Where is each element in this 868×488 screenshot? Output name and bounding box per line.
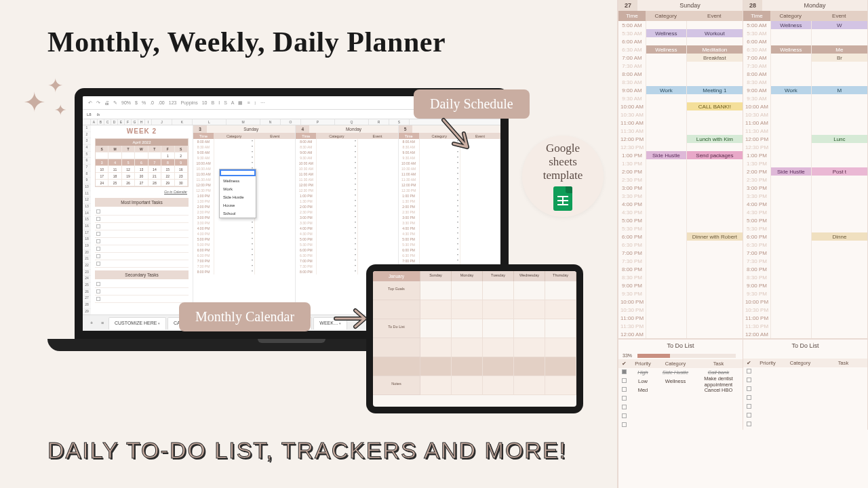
task-line[interactable] xyxy=(95,245,189,253)
schedule-event-cell[interactable] xyxy=(686,78,743,86)
schedule-category-cell[interactable] xyxy=(646,159,686,167)
row-number[interactable]: 26 xyxy=(83,289,91,296)
event-cell[interactable] xyxy=(460,237,500,242)
category-cell[interactable] xyxy=(316,144,357,150)
todo-task[interactable]: Cancel HBO xyxy=(694,387,743,393)
category-cell[interactable] xyxy=(316,247,357,253)
category-cell[interactable] xyxy=(419,182,460,188)
tablet-cell[interactable] xyxy=(452,357,483,376)
schedule-category-cell[interactable] xyxy=(646,176,686,184)
category-cell[interactable] xyxy=(419,171,460,177)
category-cell[interactable] xyxy=(316,139,357,144)
event-cell[interactable] xyxy=(460,226,500,231)
schedule-category-cell[interactable] xyxy=(770,322,811,330)
tablet-cell[interactable] xyxy=(452,319,483,338)
column-header[interactable]: B xyxy=(98,119,104,125)
checkbox[interactable] xyxy=(747,386,751,391)
mini-cal-day[interactable]: 9 xyxy=(175,159,188,166)
row-number[interactable]: 2 xyxy=(83,132,91,139)
mini-cal-day[interactable]: 25 xyxy=(108,180,121,186)
row-number[interactable]: 12 xyxy=(83,197,91,204)
schedule-event-cell[interactable] xyxy=(686,306,743,314)
schedule-category-cell[interactable] xyxy=(770,110,811,119)
checkbox[interactable] xyxy=(747,378,751,382)
schedule-event-cell[interactable] xyxy=(686,281,743,289)
column-header[interactable]: H xyxy=(138,119,145,125)
event-cell[interactable] xyxy=(254,264,295,269)
schedule-event-cell[interactable]: Send packages xyxy=(686,151,743,159)
todo-row[interactable] xyxy=(743,385,867,394)
checkbox[interactable] xyxy=(747,395,751,400)
checkbox[interactable] xyxy=(622,378,627,383)
schedule-category-cell[interactable] xyxy=(646,306,686,314)
event-cell[interactable] xyxy=(357,242,398,247)
task-line[interactable] xyxy=(95,288,189,296)
checkbox[interactable] xyxy=(96,247,100,251)
category-cell[interactable] xyxy=(419,209,460,215)
schedule-event-cell[interactable] xyxy=(686,62,743,70)
event-cell[interactable] xyxy=(357,237,398,242)
schedule-category-cell[interactable] xyxy=(770,127,811,135)
category-cell[interactable] xyxy=(419,231,460,237)
schedule-event-cell[interactable] xyxy=(686,249,743,257)
schedule-category-cell[interactable] xyxy=(646,322,686,330)
todo-category[interactable]: Wellness xyxy=(656,378,694,384)
schedule-event-cell[interactable] xyxy=(811,330,867,338)
schedule-category-cell[interactable] xyxy=(770,78,811,86)
mini-cal-day[interactable]: 2 xyxy=(175,152,188,159)
sheet-menu-button[interactable]: ≡ xyxy=(98,321,107,325)
schedule-category-cell[interactable] xyxy=(770,265,811,273)
toolbar-button[interactable]: ↷ xyxy=(96,100,100,106)
checkbox[interactable] xyxy=(96,297,100,301)
todo-row[interactable] xyxy=(743,411,867,420)
event-cell[interactable] xyxy=(460,171,500,177)
schedule-event-cell[interactable] xyxy=(811,216,867,224)
schedule-category-cell[interactable] xyxy=(646,208,686,216)
schedule-category-cell[interactable] xyxy=(770,176,811,184)
tablet-cell[interactable] xyxy=(452,338,483,357)
tablet-cell[interactable] xyxy=(514,319,545,338)
event-cell[interactable] xyxy=(254,139,295,144)
toolbar-button[interactable]: A xyxy=(231,100,235,105)
category-cell[interactable] xyxy=(316,242,357,247)
category-cell[interactable] xyxy=(316,150,357,155)
event-cell[interactable] xyxy=(254,204,295,209)
schedule-category-cell[interactable]: Wellness xyxy=(770,45,811,54)
schedule-event-cell[interactable] xyxy=(811,224,867,232)
dropdown-option[interactable]: Side Hustle xyxy=(220,193,256,201)
event-cell[interactable] xyxy=(460,231,500,237)
category-cell[interactable] xyxy=(316,188,357,193)
mini-cal-day[interactable]: 11 xyxy=(108,166,121,173)
checkbox[interactable] xyxy=(622,413,627,418)
schedule-category-cell[interactable] xyxy=(770,281,811,289)
column-header[interactable]: D xyxy=(111,119,118,125)
column-header[interactable]: I xyxy=(145,119,152,125)
checkbox[interactable] xyxy=(622,387,627,392)
schedule-category-cell[interactable] xyxy=(770,232,811,241)
category-cell[interactable] xyxy=(214,155,254,161)
column-header[interactable]: A xyxy=(91,119,98,125)
schedule-event-cell[interactable] xyxy=(686,167,743,176)
todo-row[interactable] xyxy=(618,412,743,421)
category-cell[interactable] xyxy=(419,177,460,182)
schedule-category-cell[interactable] xyxy=(770,200,811,208)
category-cell[interactable] xyxy=(316,269,357,274)
mini-cal-day[interactable] xyxy=(135,152,148,159)
toolbar-button[interactable]: ↶ xyxy=(88,100,92,106)
toolbar-button[interactable]: B xyxy=(212,100,215,105)
tablet-cell[interactable] xyxy=(483,376,514,395)
mini-cal-day[interactable]: 15 xyxy=(161,166,174,173)
schedule-category-cell[interactable] xyxy=(770,257,811,265)
schedule-category-cell[interactable]: Side Hustle xyxy=(770,167,811,176)
tablet-cell[interactable] xyxy=(483,281,514,300)
schedule-category-cell[interactable] xyxy=(646,37,686,45)
schedule-event-cell[interactable] xyxy=(811,159,867,167)
mini-cal-day[interactable]: 8 xyxy=(161,159,174,166)
schedule-category-cell[interactable] xyxy=(646,102,686,110)
column-header[interactable]: P xyxy=(301,119,335,125)
schedule-event-cell[interactable]: Meeting 1 xyxy=(686,86,743,94)
schedule-category-cell[interactable] xyxy=(646,62,686,70)
category-cell[interactable] xyxy=(316,193,357,199)
mini-cal-day[interactable]: 27 xyxy=(135,180,148,186)
event-cell[interactable] xyxy=(460,161,500,166)
